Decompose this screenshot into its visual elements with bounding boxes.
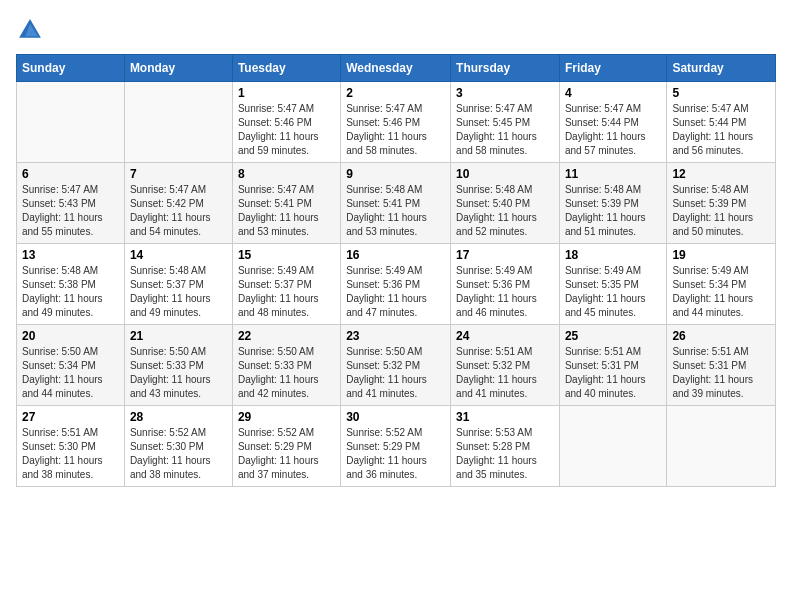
day-info: Sunrise: 5:51 AMSunset: 5:30 PMDaylight:… bbox=[22, 426, 119, 482]
day-info: Sunrise: 5:49 AMSunset: 5:34 PMDaylight:… bbox=[672, 264, 770, 320]
day-info: Sunrise: 5:53 AMSunset: 5:28 PMDaylight:… bbox=[456, 426, 554, 482]
day-number: 31 bbox=[456, 410, 554, 424]
calendar-cell: 10Sunrise: 5:48 AMSunset: 5:40 PMDayligh… bbox=[451, 163, 560, 244]
calendar-cell: 29Sunrise: 5:52 AMSunset: 5:29 PMDayligh… bbox=[232, 406, 340, 487]
calendar-cell: 17Sunrise: 5:49 AMSunset: 5:36 PMDayligh… bbox=[451, 244, 560, 325]
day-number: 15 bbox=[238, 248, 335, 262]
calendar-cell: 23Sunrise: 5:50 AMSunset: 5:32 PMDayligh… bbox=[341, 325, 451, 406]
day-info: Sunrise: 5:50 AMSunset: 5:32 PMDaylight:… bbox=[346, 345, 445, 401]
day-number: 16 bbox=[346, 248, 445, 262]
calendar-week-1: 1Sunrise: 5:47 AMSunset: 5:46 PMDaylight… bbox=[17, 82, 776, 163]
weekday-header-row: SundayMondayTuesdayWednesdayThursdayFrid… bbox=[17, 55, 776, 82]
weekday-tuesday: Tuesday bbox=[232, 55, 340, 82]
day-number: 25 bbox=[565, 329, 661, 343]
calendar-cell: 2Sunrise: 5:47 AMSunset: 5:46 PMDaylight… bbox=[341, 82, 451, 163]
calendar-cell bbox=[667, 406, 776, 487]
day-number: 14 bbox=[130, 248, 227, 262]
day-number: 1 bbox=[238, 86, 335, 100]
day-number: 7 bbox=[130, 167, 227, 181]
day-info: Sunrise: 5:51 AMSunset: 5:31 PMDaylight:… bbox=[565, 345, 661, 401]
logo-icon bbox=[16, 16, 44, 44]
weekday-saturday: Saturday bbox=[667, 55, 776, 82]
calendar-cell: 9Sunrise: 5:48 AMSunset: 5:41 PMDaylight… bbox=[341, 163, 451, 244]
day-number: 10 bbox=[456, 167, 554, 181]
day-info: Sunrise: 5:51 AMSunset: 5:31 PMDaylight:… bbox=[672, 345, 770, 401]
day-number: 3 bbox=[456, 86, 554, 100]
day-number: 30 bbox=[346, 410, 445, 424]
calendar-cell: 27Sunrise: 5:51 AMSunset: 5:30 PMDayligh… bbox=[17, 406, 125, 487]
day-info: Sunrise: 5:47 AMSunset: 5:41 PMDaylight:… bbox=[238, 183, 335, 239]
day-info: Sunrise: 5:48 AMSunset: 5:37 PMDaylight:… bbox=[130, 264, 227, 320]
day-info: Sunrise: 5:47 AMSunset: 5:43 PMDaylight:… bbox=[22, 183, 119, 239]
day-number: 28 bbox=[130, 410, 227, 424]
day-info: Sunrise: 5:48 AMSunset: 5:39 PMDaylight:… bbox=[565, 183, 661, 239]
day-info: Sunrise: 5:48 AMSunset: 5:38 PMDaylight:… bbox=[22, 264, 119, 320]
day-info: Sunrise: 5:51 AMSunset: 5:32 PMDaylight:… bbox=[456, 345, 554, 401]
day-number: 19 bbox=[672, 248, 770, 262]
weekday-sunday: Sunday bbox=[17, 55, 125, 82]
day-info: Sunrise: 5:50 AMSunset: 5:34 PMDaylight:… bbox=[22, 345, 119, 401]
day-info: Sunrise: 5:49 AMSunset: 5:35 PMDaylight:… bbox=[565, 264, 661, 320]
calendar-cell bbox=[559, 406, 666, 487]
calendar-cell: 30Sunrise: 5:52 AMSunset: 5:29 PMDayligh… bbox=[341, 406, 451, 487]
calendar-cell: 14Sunrise: 5:48 AMSunset: 5:37 PMDayligh… bbox=[124, 244, 232, 325]
calendar-cell: 31Sunrise: 5:53 AMSunset: 5:28 PMDayligh… bbox=[451, 406, 560, 487]
day-info: Sunrise: 5:47 AMSunset: 5:44 PMDaylight:… bbox=[672, 102, 770, 158]
day-info: Sunrise: 5:52 AMSunset: 5:29 PMDaylight:… bbox=[238, 426, 335, 482]
calendar-cell: 22Sunrise: 5:50 AMSunset: 5:33 PMDayligh… bbox=[232, 325, 340, 406]
calendar-cell: 12Sunrise: 5:48 AMSunset: 5:39 PMDayligh… bbox=[667, 163, 776, 244]
calendar-cell bbox=[17, 82, 125, 163]
calendar-cell: 1Sunrise: 5:47 AMSunset: 5:46 PMDaylight… bbox=[232, 82, 340, 163]
calendar-header: SundayMondayTuesdayWednesdayThursdayFrid… bbox=[17, 55, 776, 82]
weekday-thursday: Thursday bbox=[451, 55, 560, 82]
day-number: 22 bbox=[238, 329, 335, 343]
calendar-cell: 18Sunrise: 5:49 AMSunset: 5:35 PMDayligh… bbox=[559, 244, 666, 325]
calendar-cell: 24Sunrise: 5:51 AMSunset: 5:32 PMDayligh… bbox=[451, 325, 560, 406]
calendar-cell: 25Sunrise: 5:51 AMSunset: 5:31 PMDayligh… bbox=[559, 325, 666, 406]
day-info: Sunrise: 5:47 AMSunset: 5:44 PMDaylight:… bbox=[565, 102, 661, 158]
calendar-week-5: 27Sunrise: 5:51 AMSunset: 5:30 PMDayligh… bbox=[17, 406, 776, 487]
day-info: Sunrise: 5:52 AMSunset: 5:30 PMDaylight:… bbox=[130, 426, 227, 482]
day-info: Sunrise: 5:48 AMSunset: 5:39 PMDaylight:… bbox=[672, 183, 770, 239]
calendar-cell: 15Sunrise: 5:49 AMSunset: 5:37 PMDayligh… bbox=[232, 244, 340, 325]
day-number: 5 bbox=[672, 86, 770, 100]
calendar-cell: 3Sunrise: 5:47 AMSunset: 5:45 PMDaylight… bbox=[451, 82, 560, 163]
day-number: 4 bbox=[565, 86, 661, 100]
day-number: 6 bbox=[22, 167, 119, 181]
day-info: Sunrise: 5:47 AMSunset: 5:45 PMDaylight:… bbox=[456, 102, 554, 158]
day-number: 24 bbox=[456, 329, 554, 343]
calendar-cell bbox=[124, 82, 232, 163]
day-number: 8 bbox=[238, 167, 335, 181]
day-number: 13 bbox=[22, 248, 119, 262]
calendar-week-3: 13Sunrise: 5:48 AMSunset: 5:38 PMDayligh… bbox=[17, 244, 776, 325]
calendar-cell: 7Sunrise: 5:47 AMSunset: 5:42 PMDaylight… bbox=[124, 163, 232, 244]
calendar-table: SundayMondayTuesdayWednesdayThursdayFrid… bbox=[16, 54, 776, 487]
calendar-cell: 5Sunrise: 5:47 AMSunset: 5:44 PMDaylight… bbox=[667, 82, 776, 163]
weekday-friday: Friday bbox=[559, 55, 666, 82]
calendar-cell: 26Sunrise: 5:51 AMSunset: 5:31 PMDayligh… bbox=[667, 325, 776, 406]
calendar-cell: 13Sunrise: 5:48 AMSunset: 5:38 PMDayligh… bbox=[17, 244, 125, 325]
day-number: 2 bbox=[346, 86, 445, 100]
calendar-cell: 21Sunrise: 5:50 AMSunset: 5:33 PMDayligh… bbox=[124, 325, 232, 406]
day-info: Sunrise: 5:47 AMSunset: 5:46 PMDaylight:… bbox=[346, 102, 445, 158]
day-info: Sunrise: 5:47 AMSunset: 5:42 PMDaylight:… bbox=[130, 183, 227, 239]
logo bbox=[16, 16, 48, 44]
calendar-week-2: 6Sunrise: 5:47 AMSunset: 5:43 PMDaylight… bbox=[17, 163, 776, 244]
calendar-cell: 19Sunrise: 5:49 AMSunset: 5:34 PMDayligh… bbox=[667, 244, 776, 325]
day-info: Sunrise: 5:48 AMSunset: 5:41 PMDaylight:… bbox=[346, 183, 445, 239]
page-header bbox=[16, 16, 776, 44]
day-info: Sunrise: 5:50 AMSunset: 5:33 PMDaylight:… bbox=[130, 345, 227, 401]
day-number: 20 bbox=[22, 329, 119, 343]
day-number: 18 bbox=[565, 248, 661, 262]
day-info: Sunrise: 5:52 AMSunset: 5:29 PMDaylight:… bbox=[346, 426, 445, 482]
calendar-cell: 11Sunrise: 5:48 AMSunset: 5:39 PMDayligh… bbox=[559, 163, 666, 244]
day-number: 26 bbox=[672, 329, 770, 343]
day-number: 11 bbox=[565, 167, 661, 181]
day-info: Sunrise: 5:47 AMSunset: 5:46 PMDaylight:… bbox=[238, 102, 335, 158]
day-info: Sunrise: 5:49 AMSunset: 5:36 PMDaylight:… bbox=[346, 264, 445, 320]
weekday-monday: Monday bbox=[124, 55, 232, 82]
day-number: 29 bbox=[238, 410, 335, 424]
day-number: 9 bbox=[346, 167, 445, 181]
day-number: 12 bbox=[672, 167, 770, 181]
calendar-cell: 8Sunrise: 5:47 AMSunset: 5:41 PMDaylight… bbox=[232, 163, 340, 244]
